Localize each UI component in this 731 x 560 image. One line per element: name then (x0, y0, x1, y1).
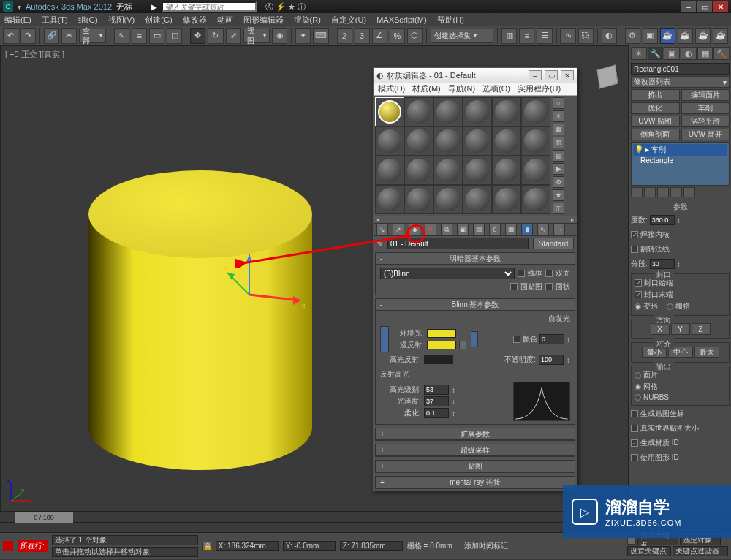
video-check-button[interactable]: ▤ (553, 150, 564, 162)
lock-ambient-diffuse[interactable] (380, 326, 389, 352)
rollout-maps[interactable]: +贴图 (376, 461, 575, 472)
coord-x[interactable]: X: 186.324mm (216, 541, 279, 551)
slot-3[interactable] (433, 97, 463, 126)
minimize-button[interactable]: – (681, 1, 696, 12)
link-button[interactable]: 🔗 (44, 28, 59, 44)
teapot2-icon[interactable]: ☕ (695, 28, 711, 44)
menu-edit[interactable]: 编辑(E) (4, 15, 31, 26)
percentsnap-button[interactable]: % (390, 28, 405, 44)
tab-create[interactable]: ✳ (631, 47, 647, 60)
opacity-spinner[interactable]: 100 (539, 355, 564, 365)
slot-11[interactable] (492, 126, 521, 156)
sample-type-button[interactable]: ○ (553, 97, 564, 109)
make-unique-button[interactable]: ▣ (457, 224, 469, 235)
make-copy-button[interactable]: ⧉ (441, 224, 452, 235)
btn-extrude[interactable]: 挤出 (631, 89, 680, 101)
curve-editor-button[interactable]: ∿ (560, 28, 575, 44)
wire-check[interactable] (518, 270, 525, 277)
gloss-spinner[interactable]: 37 (424, 396, 449, 406)
slot-2[interactable] (404, 97, 433, 126)
out-nurbs[interactable] (635, 394, 641, 401)
anglesnap-button[interactable]: ∠ (372, 28, 387, 44)
put-to-scene-button[interactable]: ↗ (393, 224, 404, 235)
slot-8[interactable] (404, 126, 433, 156)
menu-views[interactable]: 视图(V) (108, 15, 135, 26)
mat-max-button[interactable]: ▭ (545, 70, 558, 80)
teapot1-icon[interactable]: ☕ (678, 28, 693, 44)
scale-button[interactable]: ⤢ (226, 28, 241, 44)
menu-tools[interactable]: 工具(T) (42, 15, 68, 26)
menu-create[interactable]: 创建(C) (145, 15, 172, 26)
lock-selection-button[interactable]: 🔒 (202, 542, 211, 550)
matid-button[interactable]: 0 (489, 224, 501, 235)
snap2d-button[interactable]: 2 (337, 28, 352, 44)
flip-check[interactable] (631, 246, 638, 253)
refcoord-combo[interactable]: 视图 (243, 29, 270, 43)
named-selset[interactable]: 创建选择集 (431, 29, 493, 43)
schematic-button[interactable]: ⿻ (578, 28, 594, 44)
close-button[interactable]: ✕ (713, 1, 728, 12)
mat-close-button[interactable]: ✕ (561, 70, 574, 80)
btn-optimize[interactable]: 优化 (631, 102, 680, 114)
remove-mod-button[interactable] (670, 187, 682, 197)
btn-uvwunwrap[interactable]: UVW 展开 (681, 129, 730, 140)
backlight-button[interactable]: ☀ (553, 110, 564, 122)
2sided-check[interactable] (545, 270, 553, 277)
modifier-list[interactable]: 修改器列表▾ (631, 76, 730, 88)
go-parent-button[interactable]: ↖ (537, 224, 549, 235)
coord-z[interactable]: Z: 71.835mm (340, 541, 403, 551)
genmap-check[interactable] (631, 410, 638, 417)
faceted-check[interactable] (545, 283, 553, 290)
morph-radio[interactable] (635, 303, 641, 310)
slot-9[interactable] (433, 126, 463, 156)
facemap-check[interactable] (510, 283, 518, 290)
tab-hierarchy[interactable]: ▣ (664, 47, 680, 60)
mirror-button[interactable]: ▥ (501, 28, 517, 44)
slot-1[interactable] (375, 97, 404, 126)
slot-24[interactable] (521, 185, 550, 214)
ambient-swatch[interactable] (427, 329, 456, 338)
btn-editmesh[interactable]: 编辑面片 (681, 89, 730, 101)
menu-maxscript[interactable]: MAXScript(M) (376, 15, 426, 24)
weld-check[interactable]: ✓ (631, 231, 638, 238)
slot-12[interactable] (521, 126, 550, 156)
shader-combo[interactable]: (B)Blinn (380, 268, 515, 279)
select-by-mat-button[interactable]: ★ (553, 189, 564, 201)
rollout-mentalray[interactable]: +mental ray 连接 (376, 477, 575, 488)
keyfilter-button[interactable]: 关键点过滤器 (673, 546, 728, 556)
show-result-button[interactable] (644, 187, 656, 197)
coord-y[interactable]: Y: -0.0mm (283, 541, 336, 551)
dir-z[interactable]: Z (692, 323, 711, 335)
setkey-button[interactable]: 设置关键点 (627, 546, 671, 556)
modifier-stack[interactable]: 💡 ▸ 车削 Rectangle (631, 142, 730, 186)
slot-14[interactable] (404, 156, 433, 185)
time-handle[interactable]: 0 / 100 (15, 512, 73, 523)
slot-4[interactable] (463, 97, 492, 126)
spinnersnap-button[interactable]: ⬡ (407, 28, 423, 44)
align-max[interactable]: 最大 (694, 347, 719, 358)
menu-customize[interactable]: 自定义(U) (331, 15, 366, 26)
slot-16[interactable] (463, 156, 492, 185)
show-in-viewport-button[interactable]: ▦ (505, 224, 517, 235)
out-mesh[interactable] (635, 384, 641, 390)
window-crossing-button[interactable]: ◫ (167, 28, 182, 44)
soften-spinner[interactable]: 0.1 (424, 408, 449, 418)
render-button[interactable]: ☕ (660, 28, 675, 44)
selectname-button[interactable]: ≡ (132, 28, 147, 44)
object-name-field[interactable]: Rectangle001 (631, 63, 730, 75)
redo-button[interactable]: ↷ (20, 28, 36, 44)
selectmanip-button[interactable]: ✦ (295, 28, 311, 44)
specular-swatch[interactable] (424, 355, 453, 364)
configure-button[interactable] (683, 187, 695, 197)
matmenu-nav[interactable]: 导航(N) (448, 83, 475, 94)
btn-turbosmooth[interactable]: 涡轮平滑 (681, 116, 730, 127)
diffuse-swatch[interactable] (427, 341, 456, 349)
slot-7[interactable] (375, 126, 404, 156)
slot-18[interactable] (521, 156, 550, 185)
search-input[interactable] (162, 1, 257, 12)
select-button[interactable]: ↖ (114, 28, 129, 44)
mat-map-nav-button[interactable]: ◫ (553, 203, 564, 214)
menu-grapheditors[interactable]: 图形编辑器 (243, 15, 284, 26)
reset-button[interactable]: ✕ (425, 224, 436, 235)
menu-modifiers[interactable]: 修改器 (183, 15, 207, 26)
